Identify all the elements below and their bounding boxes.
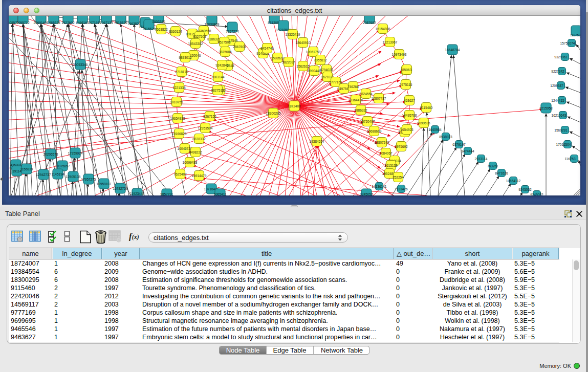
svg-text:19524851: 19524851 [382,172,397,176]
svg-text:20691406: 20691406 [34,21,49,25]
svg-text:12260558: 12260558 [197,29,211,33]
svg-text:20206578: 20206578 [43,152,58,156]
svg-text:435001: 435001 [10,163,21,167]
svg-text:1156839: 1156839 [20,167,33,171]
svg-text:11923448: 11923448 [130,192,145,195]
svg-text:1588520: 1588520 [271,56,284,60]
svg-text:1643879: 1643879 [139,25,152,29]
svg-text:9245052: 9245052 [518,188,532,191]
svg-text:17359924: 17359924 [68,151,83,155]
svg-text:3498222: 3498222 [189,150,202,154]
svg-text:17957275: 17957275 [81,178,96,181]
svg-text:1209387: 1209387 [550,84,563,87]
svg-text:1221338: 1221338 [172,86,186,90]
svg-text:20364436: 20364436 [349,98,363,102]
svg-text:1527602: 1527602 [61,21,75,25]
svg-text:1067135: 1067135 [100,21,113,25]
svg-text:10033809: 10033809 [205,23,220,26]
svg-text:9474444: 9474444 [461,149,474,153]
svg-text:1065328: 1065328 [47,21,60,25]
svg-text:10961758: 10961758 [306,50,321,54]
svg-text:14136141: 14136141 [372,185,387,188]
svg-text:2975115: 2975115 [400,83,412,86]
svg-text:7663822: 7663822 [155,28,168,31]
svg-text:7955812: 7955812 [314,58,327,62]
svg-text:1812074: 1812074 [388,159,401,163]
svg-text:9084067: 9084067 [379,151,393,155]
svg-text:9893012: 9893012 [179,56,192,59]
svg-text:16782759: 16782759 [113,187,128,190]
svg-text:85063: 85063 [402,68,411,72]
svg-text:6379197: 6379197 [452,143,466,146]
svg-text:7515526: 7515526 [142,27,156,31]
svg-text:1010755: 1010755 [170,100,183,104]
svg-text:15751074: 15751074 [560,41,575,45]
svg-text:9527508: 9527508 [217,40,231,44]
svg-text:12505135: 12505135 [66,175,81,179]
svg-text:10958107: 10958107 [97,182,112,186]
svg-text:13325419: 13325419 [286,33,300,36]
svg-text:7515526: 7515526 [114,21,127,25]
svg-text:8186328: 8186328 [207,37,221,41]
svg-text:9242848: 9242848 [215,63,229,67]
svg-text:19384554: 19384554 [310,140,324,143]
svg-text:10973493: 10973493 [392,53,407,56]
svg-text:1654923: 1654923 [400,128,413,132]
svg-text:15720407: 15720407 [360,120,375,123]
svg-text:8660124: 8660124 [169,30,182,33]
svg-text:3824554: 3824554 [359,92,373,96]
svg-text:9245052: 9245052 [530,193,543,196]
svg-text:6794028: 6794028 [320,68,333,72]
svg-text:1065411: 1065411 [214,192,227,196]
svg-text:8471626: 8471626 [495,171,508,175]
svg-text:18300295: 18300295 [266,112,281,115]
svg-text:18640910: 18640910 [296,41,311,45]
svg-text:12353594: 12353594 [198,126,213,130]
svg-text:9245052: 9245052 [360,192,373,196]
svg-text:1071911: 1071911 [89,21,101,25]
svg-text:10543382: 10543382 [188,42,203,46]
svg-text:16099488: 16099488 [183,161,198,164]
svg-text:8912954: 8912954 [186,32,199,36]
svg-text:14495788: 14495788 [402,114,417,117]
svg-text:2933114: 2933114 [475,157,488,161]
svg-text:7625402: 7625402 [173,172,187,176]
svg-text:9242848: 9242848 [221,64,234,68]
svg-text:10807487: 10807487 [372,97,386,100]
svg-text:7357274: 7357274 [226,30,239,33]
svg-text:1569291: 1569291 [554,128,568,132]
svg-text:16046728: 16046728 [178,147,192,150]
svg-text:16914479: 16914479 [192,174,207,178]
svg-text:1872400: 1872400 [288,104,301,108]
svg-text:9857791: 9857791 [160,192,173,196]
svg-text:5822037: 5822037 [282,60,295,64]
svg-text:2867608: 2867608 [233,45,246,49]
svg-text:3875685: 3875685 [219,50,232,54]
svg-text:19166825: 19166825 [172,132,187,136]
svg-text:39114: 39114 [12,169,21,173]
svg-text:7663821: 7663821 [127,22,141,26]
svg-text:9115460: 9115460 [420,106,433,110]
svg-text:9227342: 9227342 [551,70,564,73]
svg-text:17016504: 17016504 [556,143,571,146]
svg-text:9527503: 9527503 [193,35,206,38]
svg-text:746266: 746266 [347,85,359,89]
svg-text:16210643: 16210643 [552,114,567,117]
svg-text:8878332: 8878332 [192,137,206,141]
svg-text:12942737: 12942737 [36,173,51,177]
svg-text:1965421: 1965421 [398,130,411,134]
svg-text:12213967: 12213967 [383,40,398,44]
svg-text:7886322: 7886322 [354,108,367,112]
svg-text:2803144: 2803144 [211,75,225,79]
svg-text:9146821: 9146821 [256,52,270,55]
svg-text:6466160: 6466160 [76,21,89,25]
svg-text:6497568: 6497568 [337,87,351,91]
svg-text:1117532: 1117532 [570,33,580,37]
svg-text:748500: 748500 [401,69,412,72]
svg-text:1003380: 1003380 [152,20,165,24]
svg-text:1640954: 1640954 [428,128,442,132]
svg-text:2087682: 2087682 [363,21,376,25]
svg-text:9827512: 9827512 [211,89,224,92]
svg-text:20053346: 20053346 [73,63,88,67]
svg-text:1733426: 1733426 [395,187,408,191]
